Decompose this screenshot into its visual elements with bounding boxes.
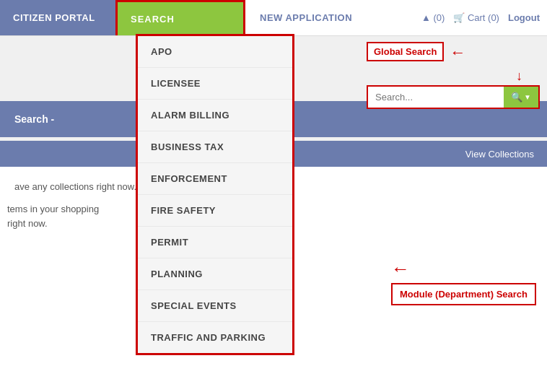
dropdown-arrow-icon: ▼ — [524, 93, 531, 101]
global-search-down-arrow: ↓ — [367, 69, 540, 84]
logout-button[interactable]: Logout — [508, 12, 540, 23]
module-search-label: Module (Department) Search — [391, 283, 536, 305]
dropdown-item-planning[interactable]: PLANNING — [138, 258, 292, 290]
global-search-area: Global Search ← ↓ 🔍 ▼ — [367, 42, 540, 109]
module-search-annotation: ← Module (Department) Search — [391, 258, 536, 305]
dropdown-item-licensee[interactable]: LICENSEE — [138, 68, 292, 100]
top-nav: CITIZEN PORTAL SEARCH NEW APPLICATION ▲ … — [0, 0, 547, 36]
dropdown-item-apo[interactable]: APO — [138, 36, 292, 68]
dropdown-item-permit[interactable]: PERMIT — [138, 227, 292, 258]
dropdown-item-business-tax[interactable]: BUSINESS TAX — [138, 131, 292, 163]
dropdown-item-special-events[interactable]: SPECIAL EVENTS — [138, 290, 292, 322]
cart-link[interactable]: 🛒 Cart (0) — [453, 12, 499, 23]
dropdown-item-alarm-billing[interactable]: ALARM BILLING — [138, 100, 292, 131]
new-application-nav[interactable]: NEW APPLICATION — [245, 0, 367, 35]
search-icon: 🔍 — [511, 92, 522, 103]
cart-empty-text2: right now. — [7, 218, 48, 229]
cart-empty-text1: tems in your shopping — [7, 204, 99, 214]
dropdown-item-traffic-parking[interactable]: TRAFFIC AND PARKING — [138, 322, 292, 353]
search-input-container: 🔍 ▼ — [367, 85, 540, 109]
search-input[interactable] — [368, 87, 504, 107]
search-nav-tab[interactable]: SEARCH — [115, 0, 245, 35]
page-title: Search - — [14, 113, 54, 125]
dropdown-item-fire-safety[interactable]: FIRE SAFETY — [138, 195, 292, 227]
shopping-text: tems in your shopping right now. — [7, 202, 99, 230]
global-search-annotation-arrow: ← — [450, 43, 465, 62]
citizen-portal-nav[interactable]: CITIZEN PORTAL — [0, 0, 115, 35]
nav-right: ▲ (0) 🛒 Cart (0) Logout — [414, 0, 547, 35]
module-search-arrow-icon: ← — [391, 258, 410, 280]
global-search-label: Global Search — [367, 42, 444, 61]
dropdown-item-enforcement[interactable]: ENFORCEMENT — [138, 163, 292, 195]
view-collections-link[interactable]: View Collections — [465, 149, 534, 160]
search-dropdown-menu: APO LICENSEE ALARM BILLING BUSINESS TAX … — [136, 34, 294, 355]
search-button[interactable]: 🔍 ▼ — [504, 87, 538, 108]
notifications-link[interactable]: ▲ (0) — [421, 12, 445, 23]
